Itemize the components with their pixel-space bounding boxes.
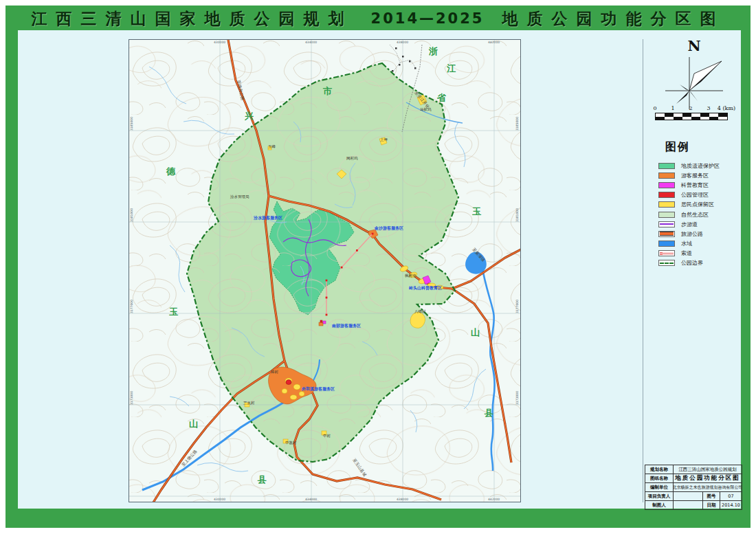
legend-item: 旅游公路 xyxy=(658,229,744,238)
info-table-row: 图纸名称地质公园功能分区图 xyxy=(645,474,742,482)
legend-item: 索道 xyxy=(658,249,744,258)
info-row-label: 制图人 xyxy=(645,501,673,509)
functional-zone-label: 南部游客服务区 xyxy=(331,323,361,329)
map-canvas: 浙江省市兴德玉山县玉山县至德兴公路至上饶公路至玉山县城至浙江开化至紫湖镇汾水管理… xyxy=(129,39,521,502)
grid-coordinate-label: 3177000 xyxy=(130,300,133,313)
drawing-info-table: 规划名称江西三清山国家地质公园规划图纸名称地质公园功能分区图编制单位北京杨振之来… xyxy=(645,465,742,510)
grid-coordinate-label: 3177000 xyxy=(515,300,519,313)
place-name-label: 三兆村 xyxy=(243,401,255,405)
grid-coordinate-label: 3185000 xyxy=(515,117,519,131)
region-name-label: 浙 xyxy=(428,46,438,56)
region-name-label: 山 xyxy=(189,419,198,429)
scale-tick: 4 (km) xyxy=(718,105,735,111)
place-name-label: 中敦村 xyxy=(285,441,297,445)
topographic-map: 浙江省市兴德玉山县玉山县至德兴公路至上饶公路至玉山县城至浙江开化至紫湖镇汾水管理… xyxy=(129,39,521,502)
legend-item: 科普教育区 xyxy=(658,180,744,190)
legend-item-label: 居民点保留区 xyxy=(681,201,714,208)
region-name-label: 省 xyxy=(436,93,447,103)
title-part2: 地质公园功能分区图 xyxy=(502,8,724,30)
scale-bar-ticks: 01234 (km) xyxy=(655,105,735,113)
functional-zone-label: 外双溪游客服务区 xyxy=(302,386,335,392)
grid-coordinate-label: 3181000 xyxy=(130,208,133,222)
place-name-label: 上坪 xyxy=(380,137,388,142)
functional-zone-label: 金沙游客服务区 xyxy=(374,225,403,231)
legend-item: 步游道 xyxy=(658,219,744,229)
info-row-subvalue: 2014.10 xyxy=(720,501,742,509)
legend-items: 地质遗迹保护区游客服务区科普教育区公园管理区居民点保留区自然生态区步游道旅游公路… xyxy=(658,161,744,268)
scale-bar: 01234 (km) xyxy=(655,105,735,120)
legend-swatch xyxy=(658,192,675,198)
region-name-label: 德 xyxy=(166,166,176,177)
compass-rose: N xyxy=(658,37,730,116)
scale-tick: 2 xyxy=(689,105,692,111)
legend-item-label: 地质遗迹保护区 xyxy=(681,162,720,170)
legend-item: 地质遗迹保护区 xyxy=(658,161,744,170)
grid-coordinate-label: 3173000 xyxy=(515,391,519,405)
north-label: N xyxy=(658,37,730,54)
legend-item: 水域 xyxy=(658,239,744,249)
region-name-label: 县 xyxy=(484,408,493,418)
legend-item-label: 科普教育区 xyxy=(681,181,709,189)
legend-item-label: 自然生态区 xyxy=(681,211,709,219)
info-row-label: 编制单位 xyxy=(645,483,673,491)
scale-tick: 1 xyxy=(671,105,674,111)
grid-coordinate-label: 3173000 xyxy=(130,391,133,405)
info-row-value: 地质公园功能分区图 xyxy=(673,474,742,482)
legend-swatch xyxy=(658,221,675,227)
info-row-value: 江西三清山国家地质公园规划 xyxy=(673,465,742,474)
region-name-label: 江 xyxy=(447,63,456,74)
info-row-label: 项目负责人 xyxy=(645,492,673,500)
legend-swatch xyxy=(658,201,675,208)
grid-coordinate-label: 3185000 xyxy=(130,117,133,131)
grid-coordinate-label: 430000 xyxy=(214,41,225,44)
info-table-row: 项目负责人图号07 xyxy=(645,491,742,500)
region-name-label: 市 xyxy=(322,86,332,96)
legend-item: 公园管理区 xyxy=(658,190,744,200)
sheet-title-band: 江西三清山国家地质公园规划 2014—2025 地质公园功能分区图 xyxy=(21,7,735,30)
info-row-sublabel: 日期 xyxy=(702,501,720,509)
info-table-row: 编制单位北京杨振之来也旅游规划咨询有限公司 xyxy=(645,482,742,491)
title-years: 2014—2025 xyxy=(371,10,485,27)
place-name-label: 马蚁坞 xyxy=(420,107,432,112)
place-name-label: 中村 xyxy=(323,434,331,438)
legend-item-label: 步游道 xyxy=(681,221,698,228)
place-name-label: 网村坞 xyxy=(346,156,358,161)
legend-swatch xyxy=(658,231,675,237)
scale-bar-graphic xyxy=(655,113,728,120)
info-row-value: 北京杨振之来也旅游规划咨询有限公司 xyxy=(673,483,742,491)
legend-swatch xyxy=(658,182,675,188)
info-row-sublabel: 图号 xyxy=(702,492,720,500)
grid-coordinate-label: 442000 xyxy=(488,498,500,501)
region-name-label: 玉 xyxy=(472,206,481,216)
legend: 图例 地质遗迹保护区游客服务区科普教育区公园管理区居民点保留区自然生态区步游道旅… xyxy=(658,140,744,268)
legend-item-label: 索道 xyxy=(681,249,692,257)
grid-coordinate-label: 3181000 xyxy=(515,208,519,222)
place-name-label: 枫树坳 xyxy=(405,274,416,278)
region-name-label: 县 xyxy=(257,474,267,485)
place-name-label: 八磜村 xyxy=(414,309,426,314)
legend-item-label: 水域 xyxy=(681,240,692,247)
functional-zone-label: 汾水游客服务区 xyxy=(253,215,282,221)
grid-coordinate-label: 438000 xyxy=(397,498,408,501)
info-table-row: 制图人日期2014.10 xyxy=(645,500,742,509)
legend-item-label: 旅游公路 xyxy=(681,230,703,238)
scale-tick: 0 xyxy=(653,105,656,111)
grid-coordinate-label: 434000 xyxy=(305,498,317,501)
legend-swatch xyxy=(658,260,675,266)
grid-coordinate-label: 434000 xyxy=(305,41,317,44)
grid-coordinate-label: 430000 xyxy=(214,498,225,501)
legend-swatch xyxy=(658,241,675,247)
place-name-label: 汾水管理局 xyxy=(230,194,249,199)
legend-title: 图例 xyxy=(665,140,744,155)
info-table-row: 规划名称江西三清山国家地质公园规划 xyxy=(645,465,742,474)
legend-item: 自然生态区 xyxy=(658,210,744,219)
info-row-label: 规划名称 xyxy=(645,465,673,474)
region-name-label: 山 xyxy=(471,327,480,337)
scale-tick: 3 xyxy=(707,105,710,111)
info-row-value xyxy=(673,501,702,509)
info-row-label: 图纸名称 xyxy=(645,474,673,482)
legend-swatch xyxy=(658,173,675,179)
legend-item-label: 游客服务区 xyxy=(681,172,709,179)
legend-swatch xyxy=(658,163,675,169)
place-name-label: 玉峰 xyxy=(268,144,276,148)
